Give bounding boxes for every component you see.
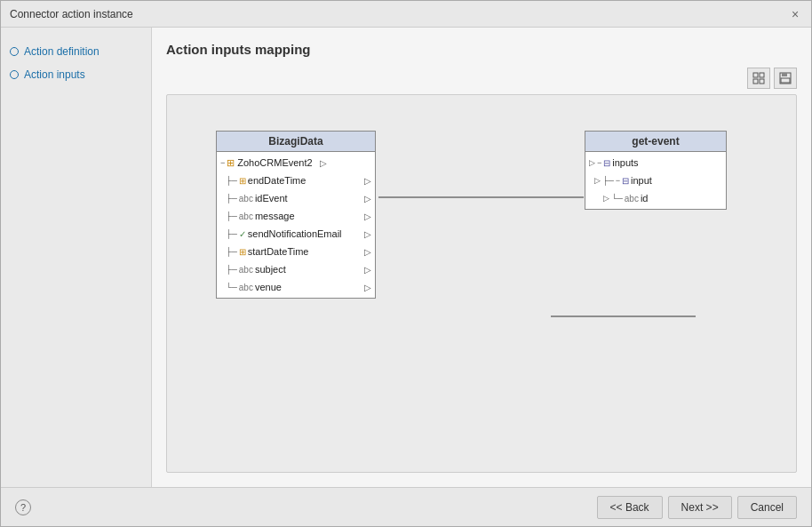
data-row: ├─ ⊞ startDateTime ▷ [217, 243, 375, 260]
row-label: endDateTime [248, 175, 306, 186]
data-row: ├─ abc subject ▷ [217, 260, 375, 278]
row-arrow: ▷ [364, 283, 371, 292]
tree-icon: ├─ [226, 212, 237, 220]
row-arrow: ▷ [364, 247, 371, 257]
sidebar-item-action-inputs[interactable]: Action inputs [10, 68, 142, 81]
row-label: venue [255, 282, 282, 292]
data-row: − ⊞ ZohoCRMEvent2 ▷ [217, 154, 375, 172]
bizagi-data-header: BizagiData [217, 132, 375, 152]
row-label: idEvent [255, 193, 288, 204]
type-icon: abc [625, 194, 639, 204]
main-area: Action inputs mapping [152, 28, 811, 487]
data-row: ├─ abc message ▷ [217, 207, 375, 225]
row-arrow: ▷ [364, 176, 371, 186]
sidebar-item-label: Action inputs [24, 68, 85, 81]
getevent-rows: ▷ − ⊟ inputs ▷ ├─ − ⊟ input [585, 152, 726, 209]
type-icon: abc [239, 265, 253, 275]
expand-icon: − [597, 158, 601, 167]
save-icon [779, 72, 792, 84]
back-button[interactable]: << Back [597, 496, 663, 519]
window: Connector action instance × Action defin… [0, 0, 812, 527]
layout-button[interactable] [747, 68, 770, 89]
data-row: ▷ └─ abc id [585, 189, 726, 207]
expand-icon: − [616, 176, 620, 185]
svg-rect-0 [753, 73, 758, 77]
row-label: subject [255, 264, 286, 275]
type-icon: ⊞ [239, 247, 246, 257]
svg-rect-2 [753, 79, 758, 84]
tree-icon: ├─ [226, 229, 237, 238]
help-button[interactable]: ? [15, 499, 31, 515]
row-label: sendNotificationEmail [248, 228, 342, 239]
row-arrow: ▷ [320, 158, 327, 168]
arrow-in: ▷ [594, 176, 601, 185]
data-row: ▷ ├─ − ⊟ input [585, 172, 726, 189]
tree-icon: ├─ [226, 247, 237, 256]
row-label: input [631, 175, 652, 186]
cancel-button[interactable]: Cancel [737, 496, 797, 519]
row-arrow: ▷ [364, 265, 371, 275]
tree-icon: ├─ [602, 176, 614, 185]
svg-rect-3 [760, 79, 764, 84]
type-icon: abc [239, 212, 253, 221]
svg-rect-6 [781, 78, 790, 83]
data-row: ▷ − ⊟ inputs [585, 154, 726, 172]
tree-icon: ├─ [226, 265, 237, 274]
page-title: Action inputs mapping [166, 42, 797, 57]
content-area: Action definition Action inputs Action i… [1, 28, 811, 487]
row-label: ZohoCRMEvent2 [237, 157, 312, 168]
expand-icon: − [220, 158, 225, 167]
footer: ? << Back Next >> Cancel [1, 487, 811, 526]
mapping-inner: BizagiData − ⊞ ZohoCRMEvent2 ▷ ├ [167, 95, 796, 472]
tree-icon: ├─ [226, 194, 237, 203]
svg-rect-1 [760, 73, 764, 77]
row-arrow: ▷ [364, 229, 371, 239]
bizagi-data-rows: − ⊞ ZohoCRMEvent2 ▷ ├─ ⊞ endDateTime ▷ [217, 152, 375, 298]
bizagi-data-box: BizagiData − ⊞ ZohoCRMEvent2 ▷ ├ [216, 131, 376, 299]
sidebar-item-circle [10, 70, 19, 79]
type-icon: ✓ [239, 229, 246, 239]
sidebar-item-label: Action definition [24, 45, 100, 58]
tree-icon: └─ [226, 283, 237, 291]
type-icon: abc [239, 194, 253, 204]
data-row: ├─ ⊞ endDateTime ▷ [217, 172, 375, 189]
sidebar: Action definition Action inputs [1, 28, 152, 487]
footer-buttons: << Back Next >> Cancel [597, 496, 797, 519]
title-bar: Connector action instance × [1, 1, 811, 28]
tree-icon: ├─ [226, 176, 237, 185]
save-button[interactable] [774, 68, 797, 89]
layout-icon [752, 72, 765, 84]
row-arrow: ▷ [364, 194, 371, 204]
data-row: └─ abc venue ▷ [217, 278, 375, 296]
row-label: id [641, 193, 649, 204]
mapping-area: BizagiData − ⊞ ZohoCRMEvent2 ▷ ├ [166, 94, 797, 473]
row-label: startDateTime [248, 246, 309, 257]
sidebar-item-action-definition[interactable]: Action definition [10, 45, 142, 58]
row-arrow: ▷ [364, 212, 371, 221]
window-title: Connector action instance [10, 8, 133, 20]
row-label: inputs [612, 157, 638, 168]
row-label: message [255, 211, 295, 221]
footer-left: ? [15, 499, 31, 515]
data-row: ├─ abc idEvent ▷ [217, 189, 375, 207]
type-icon: ⊟ [622, 176, 629, 186]
type-icon: ⊞ [239, 176, 246, 186]
type-icon: ⊟ [603, 158, 610, 168]
close-button[interactable]: × [788, 7, 802, 21]
type-icon: abc [239, 283, 253, 292]
svg-rect-5 [782, 73, 787, 76]
data-row: ├─ ✓ sendNotificationEmail ▷ [217, 225, 375, 243]
toolbar [166, 68, 797, 89]
sidebar-item-circle [10, 47, 19, 56]
next-button[interactable]: Next >> [668, 496, 732, 519]
getevent-box: get-event ▷ − ⊟ inputs ▷ [585, 131, 727, 210]
arrow-in: ▷ [603, 194, 609, 203]
type-icon: ⊞ [227, 157, 235, 169]
arrow-in: ▷ [589, 158, 595, 167]
getevent-header: get-event [585, 132, 726, 152]
tree-icon: └─ [611, 194, 623, 203]
